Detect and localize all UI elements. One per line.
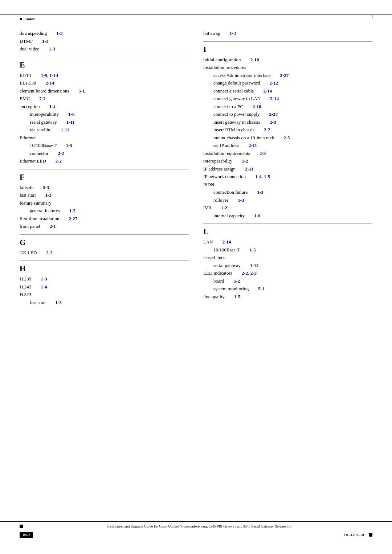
entry-text: EMC	[20, 96, 30, 101]
index-link[interactable]: 2-14	[222, 239, 231, 245]
index-entry: serial gateway 1-12	[203, 262, 372, 269]
section-letter: E	[20, 60, 189, 70]
entry-text: connector	[30, 151, 48, 156]
index-entry: connect gateway to LAN 2-14	[203, 95, 372, 102]
index-link[interactable]: 2-14	[270, 96, 279, 101]
index-link[interactable]: 1-3	[55, 300, 61, 305]
index-link[interactable]: 1-5	[249, 247, 256, 253]
entry-text: first-time installation	[20, 216, 59, 221]
footer-doc-number: OL-14912-01	[344, 533, 366, 537]
index-link[interactable]: 2-5	[283, 135, 290, 140]
index-entry: fast start 1-3	[20, 299, 189, 306]
index-link[interactable]: 1-14	[49, 73, 58, 78]
entry-text: DTMF	[20, 38, 33, 44]
index-entry: interoperability 1-6	[20, 111, 189, 118]
index-entry: insert gateway in chassis 2-8	[203, 119, 372, 126]
index-link[interactable]: 1-2	[69, 208, 75, 213]
index-entry: fast start 1-3	[20, 192, 189, 199]
index-link[interactable]: 2-2	[58, 151, 64, 156]
index-link[interactable]: 1-11	[61, 127, 69, 132]
section-divider	[203, 41, 372, 42]
index-link[interactable]: 1-3	[238, 197, 244, 203]
index-link[interactable]: 1-4	[41, 284, 47, 290]
index-entry: feature summary	[20, 200, 189, 207]
index-link[interactable]: 2-1	[50, 223, 56, 229]
index-link[interactable]: 2-2	[46, 250, 52, 255]
index-link[interactable]: 2-2	[56, 158, 62, 164]
index-link[interactable]: 1-6	[254, 213, 260, 218]
section-letter: I	[203, 45, 372, 54]
index-link[interactable]: 5-2	[234, 278, 240, 284]
index-link[interactable]: 2-2	[242, 270, 248, 276]
index-link[interactable]: 1-4	[255, 174, 261, 179]
index-entry: connect a serial cable 2-14	[203, 87, 372, 95]
index-link[interactable]: 5-1	[78, 88, 85, 94]
index-link[interactable]: 7-2	[39, 96, 45, 101]
entry-text: installation requirements	[203, 151, 250, 156]
entry-text: serial gateway	[213, 263, 241, 268]
right-border-mark	[372, 15, 372, 19]
index-entry: encryption 1-4	[20, 103, 189, 110]
index-link[interactable]: 1-2	[242, 158, 248, 164]
index-link[interactable]: 2-3	[250, 270, 257, 276]
index-entry: H.239 1-3	[20, 275, 189, 283]
index-link[interactable]: 1-4	[49, 104, 56, 109]
index-entry: general features 1-2	[20, 207, 189, 214]
index-entry: line quality 1-5	[203, 293, 372, 300]
entry-text: front panel	[20, 223, 40, 229]
index-link[interactable]: 1-5	[66, 143, 72, 148]
index-link[interactable]: 2-3	[260, 151, 266, 156]
index-link[interactable]: 2-14	[46, 80, 54, 86]
index-link[interactable]: 1-6	[68, 111, 74, 117]
index-entry: H.323	[20, 291, 189, 298]
section-letter: G	[20, 238, 189, 247]
index-entry: serial gateway 1-11	[20, 119, 189, 126]
footer-left-square	[20, 525, 23, 528]
entry-text: interoperability	[203, 158, 232, 164]
index-link[interactable]: 2-11	[245, 166, 253, 172]
index-entry: IP address assign 2-11	[203, 165, 372, 173]
index-link[interactable]: 1-3	[230, 30, 236, 36]
index-link[interactable]: 2-27	[69, 216, 77, 221]
index-link[interactable]: 2-14	[264, 88, 272, 94]
entry-text: H.243	[20, 284, 31, 290]
index-entry: board 5-2	[203, 278, 372, 285]
entry-text: connection failure	[213, 189, 248, 195]
index-link[interactable]: 1-5	[234, 294, 240, 299]
index-entry: 10/100Base-T 1-5	[20, 142, 189, 149]
index-link[interactable]: 2-11	[249, 143, 257, 148]
entry-text: internal capacity	[213, 213, 245, 218]
index-link[interactable]: 1-2	[221, 205, 227, 210]
section-divider	[20, 234, 189, 235]
index-link[interactable]: 5-3	[43, 185, 49, 190]
entry-text: encryption	[20, 104, 40, 109]
footer: Installation and Upgrade Guide for Cisco…	[0, 521, 392, 554]
entry-text: connect a serial cable	[213, 88, 254, 94]
index-link[interactable]: 2-10	[250, 57, 259, 62]
index-link[interactable]: 5-1	[258, 286, 264, 291]
index-link[interactable]: 2-27	[269, 111, 278, 117]
index-link[interactable]: 2-27	[280, 73, 289, 78]
index-link[interactable]: 1-9	[41, 73, 47, 78]
footer-guide-text: Installation and Upgrade Guide for Cisco…	[26, 524, 372, 528]
index-link[interactable]: 2-10	[253, 104, 261, 109]
index-entry: leased lines	[203, 254, 372, 261]
index-link[interactable]: 1-3	[49, 46, 55, 52]
index-link[interactable]: 1-3	[45, 192, 51, 198]
entry-text: IP address assign	[203, 166, 236, 172]
index-link[interactable]: 1-3	[257, 189, 263, 195]
index-entry: mount chassis on a 19-inch rack 2-5	[203, 134, 372, 141]
index-link[interactable]: 1-5	[264, 174, 270, 179]
index-link[interactable]: 2-12	[270, 80, 278, 86]
index-link[interactable]: 1-3	[56, 30, 62, 36]
index-link[interactable]: 1-12	[250, 263, 259, 268]
index-link[interactable]: 2-8	[270, 119, 276, 125]
top-border	[0, 15, 392, 15]
index-link[interactable]: 1-3	[42, 38, 48, 44]
index-link[interactable]: 2-7	[264, 127, 270, 132]
index-link[interactable]: 1-11	[66, 119, 75, 125]
index-link[interactable]: 1-3	[41, 276, 47, 282]
entry-text: system monitoring	[213, 286, 249, 291]
index-entry: LED indicators 2-2, 2-3	[203, 270, 372, 277]
section-letter: F	[20, 172, 189, 182]
